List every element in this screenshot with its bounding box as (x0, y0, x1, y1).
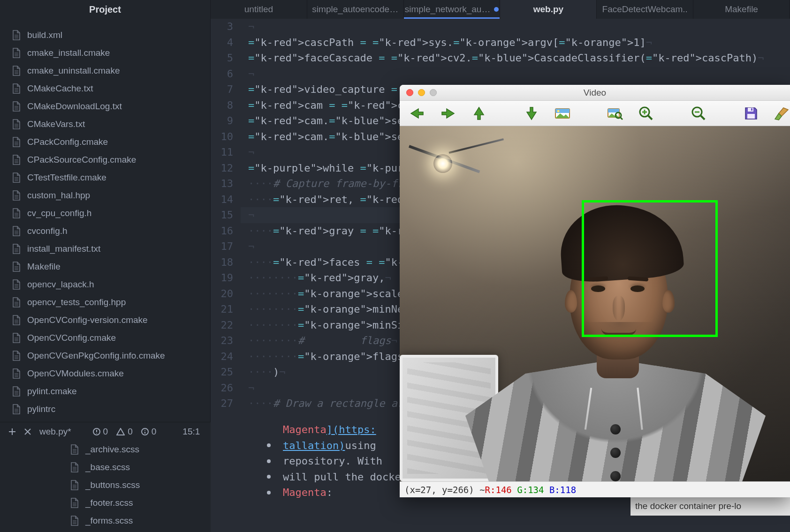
line-number: 7 (211, 82, 233, 97)
file-item[interactable]: _base.scss (0, 458, 211, 476)
file-name: _buttons.scss (85, 480, 140, 490)
file-name: CMakeCache.txt (27, 83, 93, 94)
file-name: cmake_uninstall.cmake (27, 66, 120, 76)
status-bar: web.py* 0 0 0 15:1 (0, 422, 211, 441)
tab-facedetectwebcam-[interactable]: FaceDetectWebcam.. (597, 0, 693, 19)
file-item[interactable]: _forms.scss (0, 512, 211, 530)
file-item[interactable]: _archive.scss (0, 441, 211, 458)
pixel-green: G:134 (517, 485, 544, 495)
code-line[interactable]: ¬ (248, 66, 790, 82)
line-number: 15 (211, 207, 233, 223)
file-item[interactable]: cvconfig.h (0, 222, 210, 240)
file-item[interactable]: OpenCVModules.cmake (0, 365, 210, 382)
file-icon (12, 155, 21, 165)
line-number: 22 (211, 317, 233, 333)
file-icon (70, 498, 79, 508)
file-name: CPackConfig.cmake (27, 137, 108, 147)
code-line[interactable]: ="k-red">cascPath = ="k-red">sys.="k-ora… (248, 35, 790, 51)
line-number: 8 (211, 97, 233, 113)
line-number: 20 (211, 286, 233, 302)
close-icon[interactable] (24, 428, 31, 435)
file-item[interactable]: CMakeVars.txt (0, 115, 210, 133)
file-item[interactable]: cmake_uninstall.cmake (0, 62, 210, 80)
file-item[interactable]: pylintrc (0, 400, 210, 418)
file-icon (12, 226, 21, 236)
svg-point-5 (557, 110, 560, 112)
tab-simple-autoencode-[interactable]: simple_autoencode… (307, 0, 404, 19)
file-icon (12, 297, 21, 307)
new-file-icon[interactable] (8, 428, 16, 435)
bullet-icon (267, 475, 271, 479)
file-item[interactable]: install_manifest.txt (0, 240, 210, 258)
file-name: _forms.scss (85, 516, 133, 526)
code-line[interactable]: ¬ (248, 19, 790, 35)
file-icon (12, 262, 21, 272)
line-number: 18 (211, 255, 233, 270)
file-icon (12, 137, 21, 147)
line-number: 25 (211, 364, 233, 380)
video-titlebar[interactable]: Video (400, 85, 790, 101)
file-item[interactable]: Makefile (0, 258, 210, 276)
arrow-up-icon[interactable] (471, 104, 487, 123)
zoom-in-icon[interactable] (638, 104, 654, 123)
file-item[interactable]: cv_cpu_config.h (0, 204, 210, 222)
tab-simple-network-au-[interactable]: simple_network_au… (404, 0, 501, 19)
file-item[interactable]: CTestTestfile.cmake (0, 169, 210, 187)
tab-makefile[interactable]: Makefile (693, 0, 790, 19)
tab-untitled[interactable]: untitled (211, 0, 307, 19)
video-window[interactable]: Video (x=27, y=266) ~ R:146 G:134 B:118 (400, 85, 790, 497)
error-count[interactable]: 0 (93, 427, 108, 437)
save-icon[interactable] (743, 104, 759, 123)
line-number: 9 (211, 113, 233, 129)
line-number: 6 (211, 66, 233, 82)
tab-web-py[interactable]: web.py (500, 0, 597, 19)
file-item[interactable]: _buttons.scss (0, 476, 211, 494)
file-item[interactable]: _footer.scss (0, 494, 211, 512)
zoom-out-icon[interactable] (691, 104, 706, 123)
search-landscape-icon[interactable] (607, 104, 623, 123)
file-icon (12, 386, 21, 397)
file-item[interactable]: cmake_install.cmake (0, 44, 210, 62)
file-item[interactable]: OpenCVConfig.cmake (0, 329, 210, 347)
file-icon (12, 315, 21, 325)
warning-count[interactable]: 0 (116, 427, 133, 437)
pixel-blue: B:118 (549, 485, 576, 495)
file-item[interactable]: CPackSourceConfig.cmake (0, 151, 210, 169)
video-status-bar: (x=27, y=266) ~ R:146 G:134 B:118 (400, 481, 790, 497)
file-item[interactable]: custom_hal.hpp (0, 187, 210, 204)
lower-sidebar: _archive.scss_base.scss_buttons.scss_foo… (0, 441, 211, 532)
file-icon (12, 66, 21, 76)
file-item[interactable]: build.xml (0, 26, 210, 44)
file-icon (70, 444, 79, 455)
info-count[interactable]: 0 (141, 427, 157, 437)
file-item[interactable]: CPackConfig.cmake (0, 133, 210, 151)
file-name: CMakeVars.txt (27, 119, 85, 129)
sidebar-header-label: Project (89, 4, 121, 15)
file-item[interactable]: CMakeCache.txt (0, 80, 210, 97)
brush-icon[interactable] (774, 104, 790, 123)
file-name: OpenCVModules.cmake (27, 368, 124, 379)
file-icon (12, 30, 21, 40)
file-item[interactable]: CMakeDownloadLog.txt (0, 97, 210, 115)
arrow-down-icon[interactable] (524, 104, 539, 123)
bullet-icon (267, 443, 271, 447)
status-filename[interactable]: web.py* (39, 427, 71, 437)
code-line[interactable]: ="k-red">faceCascade = ="k-red">cv2.="k-… (248, 50, 790, 66)
svg-rect-13 (751, 108, 752, 111)
file-item[interactable]: pylint.cmake (0, 382, 210, 400)
cursor-position[interactable]: 15:1 (182, 427, 200, 437)
line-number: 14 (211, 192, 233, 208)
file-name: CMakeDownloadLog.txt (27, 101, 122, 112)
file-name: _footer.scss (85, 498, 133, 508)
landscape-icon[interactable] (555, 104, 570, 123)
file-item[interactable]: opencv_tests_config.hpp (0, 293, 210, 311)
file-name: CPackSourceConfig.cmake (27, 155, 136, 165)
file-item[interactable]: opencv_lapack.h (0, 276, 210, 293)
file-name: _base.scss (85, 462, 130, 472)
line-number: 16 (211, 223, 233, 239)
file-item[interactable]: OpenCVGenPkgConfig.info.cmake (0, 347, 210, 365)
arrow-right-icon[interactable] (440, 104, 456, 123)
line-number: 19 (211, 270, 233, 286)
file-item[interactable]: OpenCVConfig-version.cmake (0, 311, 210, 329)
arrow-left-icon[interactable] (409, 104, 425, 123)
